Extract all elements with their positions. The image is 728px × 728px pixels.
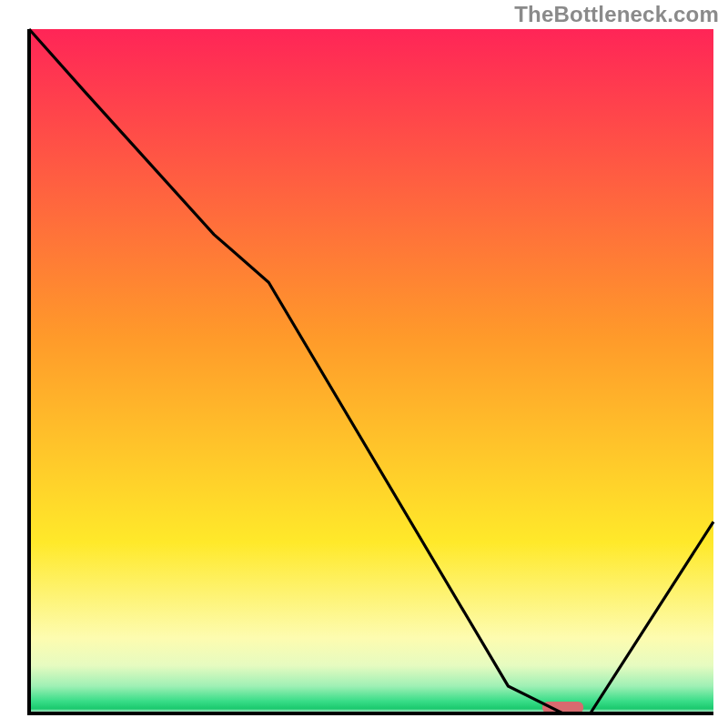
chart-container: TheBottleneck.com <box>0 0 728 728</box>
plot-area <box>29 29 713 713</box>
bottleneck-chart <box>0 0 728 728</box>
background-gradient <box>29 29 713 713</box>
